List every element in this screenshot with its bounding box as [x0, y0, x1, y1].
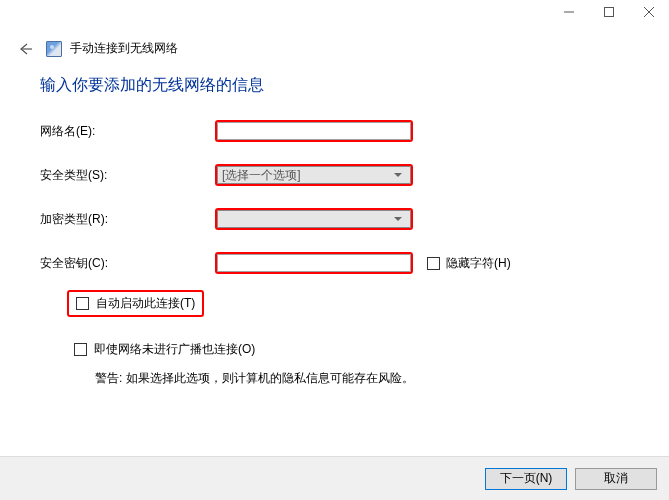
header: 手动连接到无线网络 [0, 28, 669, 61]
hide-chars-checkbox[interactable] [427, 257, 440, 270]
row-encryption-type: 加密类型(R): [40, 208, 629, 230]
window-title: 手动连接到无线网络 [70, 40, 178, 57]
next-button[interactable]: 下一页(N) [485, 468, 567, 490]
titlebar [0, 0, 669, 28]
connect-hidden-label: 即使网络未进行广播也连接(O) [94, 341, 255, 358]
security-key-input[interactable] [217, 254, 411, 272]
chevron-down-icon [394, 173, 402, 177]
page-heading: 输入你要添加的无线网络的信息 [40, 75, 629, 96]
row-security-type: 安全类型(S): [选择一个选项] [40, 164, 629, 186]
hide-chars-group: 隐藏字符(H) [427, 255, 511, 272]
wireless-icon [46, 41, 62, 57]
auto-start-group: 自动启动此连接(T) [67, 290, 204, 317]
close-button[interactable] [629, 0, 669, 24]
svg-rect-1 [605, 8, 614, 17]
connect-hidden-checkbox[interactable] [74, 343, 87, 356]
connect-hidden-group: 即使网络未进行广播也连接(O) [74, 341, 629, 358]
content: 输入你要添加的无线网络的信息 网络名(E): 安全类型(S): [选择一个选项]… [0, 61, 669, 387]
chevron-down-icon [394, 217, 402, 221]
row-security-key: 安全密钥(C): 隐藏字符(H) [40, 252, 629, 274]
field-highlight [215, 252, 413, 274]
maximize-button[interactable] [589, 0, 629, 24]
footer: 下一页(N) 取消 [0, 456, 669, 500]
encryption-type-select[interactable] [217, 210, 411, 228]
field-highlight [215, 120, 413, 142]
label-network-name: 网络名(E): [40, 123, 215, 140]
field-highlight [215, 208, 413, 230]
hide-chars-label: 隐藏字符(H) [446, 255, 511, 272]
cancel-button[interactable]: 取消 [575, 468, 657, 490]
auto-start-label: 自动启动此连接(T) [96, 295, 195, 312]
back-arrow-icon[interactable] [18, 42, 32, 56]
security-type-select[interactable]: [选择一个选项] [217, 166, 411, 184]
auto-start-checkbox[interactable] [76, 297, 89, 310]
warning-text: 警告: 如果选择此选项，则计算机的隐私信息可能存在风险。 [95, 370, 629, 387]
network-name-input[interactable] [217, 122, 411, 140]
label-security-type: 安全类型(S): [40, 167, 215, 184]
label-security-key: 安全密钥(C): [40, 255, 215, 272]
field-highlight: [选择一个选项] [215, 164, 413, 186]
security-type-value: [选择一个选项] [222, 167, 301, 184]
label-encryption-type: 加密类型(R): [40, 211, 215, 228]
minimize-button[interactable] [549, 0, 589, 24]
row-network-name: 网络名(E): [40, 120, 629, 142]
